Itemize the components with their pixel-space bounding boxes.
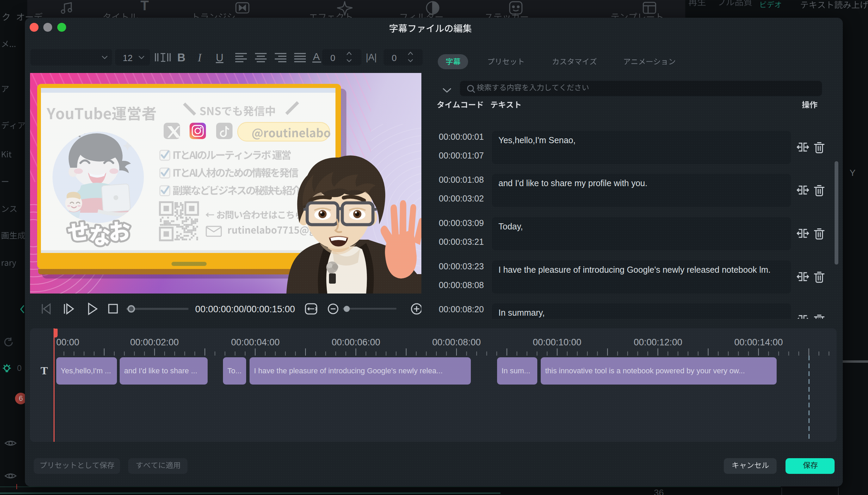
svg-text:00:00:04:00: 00:00:04:00	[231, 337, 280, 347]
svg-text:I: I	[197, 51, 202, 64]
svg-text:00:00:00:00/00:00:15:00: 00:00:00:00/00:00:15:00	[195, 304, 295, 314]
svg-text:00:00:14:00: 00:00:14:00	[734, 337, 783, 347]
svg-text:00:00:02:00: 00:00:02:00	[130, 337, 179, 347]
svg-text:00:00:06:00: 00:00:06:00	[332, 337, 380, 347]
svg-text:00:00:08:00: 00:00:08:00	[432, 337, 481, 347]
svg-text:A: A	[313, 51, 320, 62]
svg-text:00:00:10:00: 00:00:10:00	[533, 337, 582, 347]
svg-text:00:00: 00:00	[56, 337, 79, 347]
svg-text:U: U	[216, 52, 223, 64]
svg-text:B: B	[177, 51, 185, 64]
svg-text:00:00:12:00: 00:00:12:00	[634, 337, 683, 347]
